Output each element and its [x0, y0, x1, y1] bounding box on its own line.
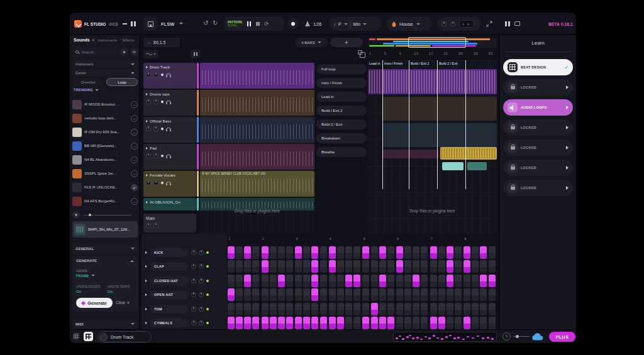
- step-cell[interactable]: [438, 275, 445, 287]
- step-cell[interactable]: [270, 275, 277, 287]
- step-cell[interactable]: [421, 317, 428, 329]
- step-cell[interactable]: [413, 303, 419, 315]
- step-cell[interactable]: [262, 303, 269, 315]
- step-cell[interactable]: [362, 317, 369, 329]
- channel-expand-icon[interactable]: [145, 322, 147, 324]
- channel-led[interactable]: [206, 280, 209, 282]
- step-cell[interactable]: [379, 317, 386, 329]
- step-cell[interactable]: [396, 275, 403, 287]
- step-cell[interactable]: [236, 246, 243, 259]
- step-cell[interactable]: [320, 275, 327, 287]
- step-cell[interactable]: [320, 260, 327, 273]
- step-cell[interactable]: [337, 246, 344, 259]
- step-cell[interactable]: [472, 260, 479, 273]
- step-cell[interactable]: [489, 317, 496, 329]
- step-cell[interactable]: [329, 317, 336, 329]
- step-cell[interactable]: [362, 303, 369, 315]
- channel-expand-icon[interactable]: [145, 293, 147, 296]
- step-cell[interactable]: [311, 303, 318, 315]
- step-cell[interactable]: [270, 288, 277, 301]
- step-cell[interactable]: [455, 303, 462, 315]
- step-cell[interactable]: [262, 260, 269, 273]
- channel-led[interactable]: [206, 251, 209, 254]
- step-cell[interactable]: [455, 260, 462, 273]
- step-cell[interactable]: [236, 317, 243, 329]
- step-cell[interactable]: [413, 317, 419, 329]
- step-cell[interactable]: [252, 246, 259, 259]
- step-cell[interactable]: [489, 246, 496, 259]
- step-cell[interactable]: [295, 303, 302, 315]
- channel-volume-knob[interactable]: [199, 320, 204, 325]
- step-cell[interactable]: [278, 275, 285, 287]
- step-cell[interactable]: [278, 246, 285, 259]
- step-cell[interactable]: [353, 275, 360, 287]
- step-cell[interactable]: [303, 275, 310, 287]
- step-cell[interactable]: [464, 246, 470, 259]
- step-cell[interactable]: [228, 246, 235, 259]
- step-cell[interactable]: [311, 288, 318, 301]
- step-cell[interactable]: [421, 246, 428, 259]
- step-cell[interactable]: [447, 303, 453, 315]
- step-cell[interactable]: [244, 275, 251, 287]
- step-cell[interactable]: [303, 303, 310, 315]
- step-cell[interactable]: [286, 303, 293, 315]
- plus-upgrade-button[interactable]: PLUS: [549, 332, 575, 342]
- step-cell[interactable]: [353, 260, 360, 273]
- step-cell[interactable]: [286, 317, 293, 329]
- step-cell[interactable]: [353, 303, 360, 315]
- step-cell[interactable]: [371, 275, 378, 287]
- channel-row[interactable]: CLOSED HAT: [143, 275, 226, 287]
- channel-volume-knob[interactable]: [199, 307, 204, 312]
- step-cell[interactable]: [447, 260, 453, 273]
- step-cell[interactable]: [329, 288, 336, 301]
- step-cell[interactable]: [286, 246, 293, 259]
- channel-led[interactable]: [206, 322, 209, 324]
- step-cell[interactable]: [464, 260, 470, 273]
- channel-pan-knob[interactable]: [191, 278, 196, 283]
- step-cell[interactable]: [236, 275, 243, 287]
- step-cell[interactable]: [404, 246, 411, 259]
- step-cell[interactable]: [472, 317, 479, 329]
- step-cell[interactable]: [228, 260, 235, 273]
- step-cell[interactable]: [353, 317, 360, 329]
- step-cell[interactable]: [489, 288, 496, 301]
- step-cell[interactable]: [345, 317, 352, 329]
- channel-row[interactable]: CYMBALS: [143, 317, 226, 329]
- step-cell[interactable]: [303, 288, 310, 301]
- step-cell[interactable]: [438, 303, 445, 315]
- step-cell[interactable]: [262, 317, 269, 329]
- step-cell[interactable]: [387, 317, 394, 329]
- step-cell[interactable]: [228, 275, 235, 287]
- step-cell[interactable]: [464, 317, 470, 329]
- step-cell[interactable]: [404, 275, 411, 287]
- selected-channel-pill[interactable]: Drum Track: [97, 331, 152, 342]
- step-cell[interactable]: [489, 303, 496, 315]
- step-cell[interactable]: [252, 317, 259, 329]
- channel-row[interactable]: TOM: [143, 303, 226, 315]
- step-cell[interactable]: [371, 260, 378, 273]
- step-cell[interactable]: [228, 317, 235, 329]
- step-cell[interactable]: [455, 288, 462, 301]
- step-cell[interactable]: [295, 317, 302, 329]
- step-cell[interactable]: [320, 303, 327, 315]
- step-cell[interactable]: [236, 288, 243, 301]
- step-cell[interactable]: [303, 246, 310, 259]
- step-cell[interactable]: [430, 260, 437, 273]
- step-cell[interactable]: [396, 260, 403, 273]
- step-cell[interactable]: [262, 275, 269, 287]
- channel-pan-knob[interactable]: [191, 320, 196, 325]
- cloud-sync-icon[interactable]: [531, 333, 543, 341]
- step-cell[interactable]: [379, 303, 386, 315]
- step-cell[interactable]: [379, 260, 386, 273]
- step-cell[interactable]: [244, 288, 251, 301]
- step-cell[interactable]: [447, 275, 453, 287]
- step-cell[interactable]: [430, 288, 437, 301]
- step-cell[interactable]: [278, 303, 285, 315]
- step-cell[interactable]: [404, 288, 411, 301]
- step-cell[interactable]: [387, 260, 394, 273]
- step-cell[interactable]: [353, 288, 360, 301]
- step-cell[interactable]: [447, 288, 453, 301]
- step-cell[interactable]: [345, 260, 352, 273]
- step-cell[interactable]: [295, 246, 302, 259]
- step-cell[interactable]: [303, 260, 310, 273]
